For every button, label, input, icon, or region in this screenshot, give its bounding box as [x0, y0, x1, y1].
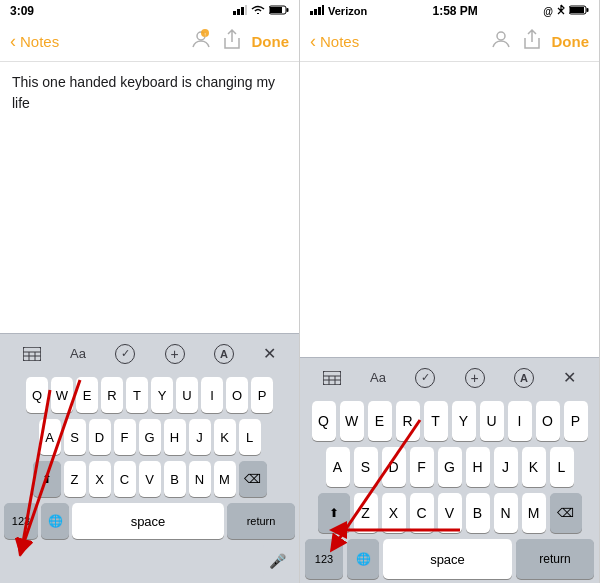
- key-t-r[interactable]: T: [424, 401, 448, 441]
- key-d[interactable]: D: [89, 419, 111, 455]
- key-p[interactable]: P: [251, 377, 273, 413]
- right-panel: Verizon 1:58 PM @ ‹ Notes: [300, 0, 600, 583]
- format-icon[interactable]: Aa: [70, 346, 86, 361]
- back-button-left[interactable]: ‹ Notes: [10, 31, 59, 52]
- carrier-right: Verizon: [328, 5, 367, 17]
- key-s-r[interactable]: S: [354, 447, 378, 487]
- n123-key-left[interactable]: 123: [4, 503, 38, 539]
- share-icon-left[interactable]: [222, 28, 242, 55]
- backspace-key-left[interactable]: ⌫: [239, 461, 267, 497]
- key-l[interactable]: L: [239, 419, 261, 455]
- format-a-icon-right[interactable]: A: [514, 368, 534, 388]
- key-u[interactable]: U: [176, 377, 198, 413]
- key-row-1-right: Q W E R T Y U I O P: [303, 401, 596, 441]
- time-left: 3:09: [10, 4, 34, 18]
- key-i-r[interactable]: I: [508, 401, 532, 441]
- key-e[interactable]: E: [76, 377, 98, 413]
- check-icon-right[interactable]: ✓: [415, 368, 435, 388]
- key-c-r[interactable]: C: [410, 493, 434, 533]
- key-f[interactable]: F: [114, 419, 136, 455]
- key-x-r[interactable]: X: [382, 493, 406, 533]
- check-icon[interactable]: ✓: [115, 344, 135, 364]
- close-icon-right[interactable]: ✕: [563, 368, 576, 387]
- key-r[interactable]: R: [101, 377, 123, 413]
- n123-key-right[interactable]: 123: [305, 539, 343, 579]
- shift-key-right[interactable]: ⬆: [318, 493, 350, 533]
- status-icons-left: [233, 5, 289, 17]
- globe-key-right[interactable]: 🌐: [347, 539, 379, 579]
- key-j-r[interactable]: J: [494, 447, 518, 487]
- close-icon[interactable]: ✕: [263, 344, 276, 363]
- key-x[interactable]: X: [89, 461, 111, 497]
- time-right: 1:58 PM: [433, 4, 478, 18]
- key-z[interactable]: Z: [64, 461, 86, 497]
- plus-icon-right[interactable]: +: [465, 368, 485, 388]
- key-n[interactable]: N: [189, 461, 211, 497]
- key-s[interactable]: S: [64, 419, 86, 455]
- key-q-r[interactable]: Q: [312, 401, 336, 441]
- return-key-right[interactable]: return: [516, 539, 594, 579]
- svg-rect-1: [237, 9, 240, 15]
- key-d-r[interactable]: D: [382, 447, 406, 487]
- key-q[interactable]: Q: [26, 377, 48, 413]
- key-row-1-left: Q W E R T Y U I O P: [2, 377, 297, 413]
- key-t[interactable]: T: [126, 377, 148, 413]
- key-v-r[interactable]: V: [438, 493, 462, 533]
- space-key-right[interactable]: space: [383, 539, 512, 579]
- key-y-r[interactable]: Y: [452, 401, 476, 441]
- key-y[interactable]: Y: [151, 377, 173, 413]
- key-p-r[interactable]: P: [564, 401, 588, 441]
- key-v[interactable]: V: [139, 461, 161, 497]
- return-key-left[interactable]: return: [227, 503, 295, 539]
- svg-rect-26: [323, 371, 341, 385]
- person-icon-right[interactable]: [490, 28, 512, 55]
- share-icon-right[interactable]: [522, 28, 542, 55]
- key-row-3-right: ⬆ Z X C V B N M ⌫: [303, 493, 596, 533]
- plus-icon[interactable]: +: [165, 344, 185, 364]
- key-o[interactable]: O: [226, 377, 248, 413]
- key-h-r[interactable]: H: [466, 447, 490, 487]
- table-icon-right[interactable]: [323, 371, 341, 385]
- person-icon-left[interactable]: !: [190, 28, 212, 55]
- space-key-left[interactable]: space: [72, 503, 224, 539]
- key-o-r[interactable]: O: [536, 401, 560, 441]
- key-m[interactable]: M: [214, 461, 236, 497]
- note-content-right[interactable]: [300, 62, 599, 357]
- key-w[interactable]: W: [51, 377, 73, 413]
- key-n-r[interactable]: N: [494, 493, 518, 533]
- key-j[interactable]: J: [189, 419, 211, 455]
- svg-point-25: [497, 32, 505, 40]
- done-button-left[interactable]: Done: [252, 33, 290, 50]
- key-u-r[interactable]: U: [480, 401, 504, 441]
- key-c[interactable]: C: [114, 461, 136, 497]
- key-a[interactable]: A: [39, 419, 61, 455]
- key-r-r[interactable]: R: [396, 401, 420, 441]
- key-f-r[interactable]: F: [410, 447, 434, 487]
- shift-key-left[interactable]: ⬆: [33, 461, 61, 497]
- key-i[interactable]: I: [201, 377, 223, 413]
- done-button-right[interactable]: Done: [552, 33, 590, 50]
- key-e-r[interactable]: E: [368, 401, 392, 441]
- format-icon-right[interactable]: Aa: [370, 370, 386, 385]
- key-z-r[interactable]: Z: [354, 493, 378, 533]
- note-content-left[interactable]: This one handed keyboard is changing my …: [0, 62, 299, 333]
- key-b-r[interactable]: B: [466, 493, 490, 533]
- format-a-icon[interactable]: A: [214, 344, 234, 364]
- backspace-key-right[interactable]: ⌫: [550, 493, 582, 533]
- note-text-left: This one handed keyboard is changing my …: [12, 74, 275, 111]
- key-a-r[interactable]: A: [326, 447, 350, 487]
- key-l-r[interactable]: L: [550, 447, 574, 487]
- mic-key-left[interactable]: 🎤: [263, 543, 291, 579]
- key-k[interactable]: K: [214, 419, 236, 455]
- key-m-r[interactable]: M: [522, 493, 546, 533]
- status-bar-left: 3:09: [0, 0, 299, 22]
- globe-key-left[interactable]: 🌐: [41, 503, 69, 539]
- key-b[interactable]: B: [164, 461, 186, 497]
- key-g[interactable]: G: [139, 419, 161, 455]
- key-g-r[interactable]: G: [438, 447, 462, 487]
- key-w-r[interactable]: W: [340, 401, 364, 441]
- key-h[interactable]: H: [164, 419, 186, 455]
- back-button-right[interactable]: ‹ Notes: [310, 31, 359, 52]
- table-icon[interactable]: [23, 347, 41, 361]
- key-k-r[interactable]: K: [522, 447, 546, 487]
